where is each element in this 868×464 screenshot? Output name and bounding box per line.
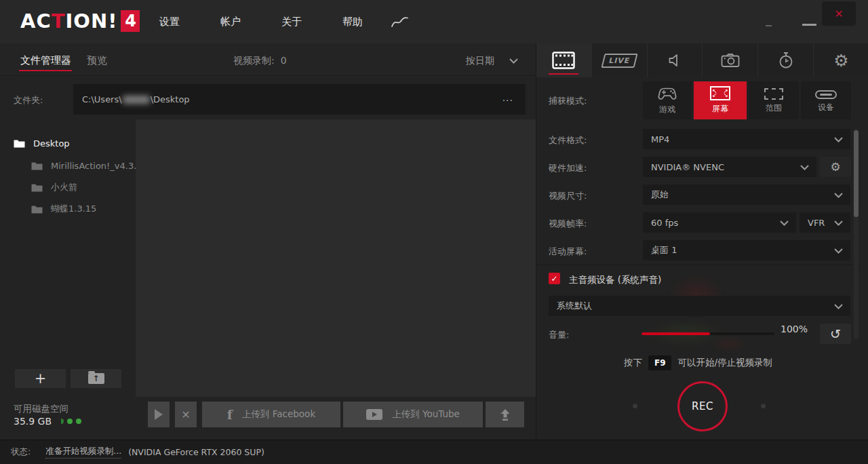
hw-accel-dropdown[interactable]: NVIDIA® NVENC xyxy=(643,157,816,177)
volume-value: 100% xyxy=(767,324,808,334)
rec-button[interactable]: REC xyxy=(677,381,728,431)
camera-icon xyxy=(721,53,740,68)
file-list-area[interactable] xyxy=(136,119,536,397)
redacted-username xyxy=(123,96,150,104)
section-divider xyxy=(536,265,860,265)
video-size-dropdown[interactable]: 原始 xyxy=(643,185,850,205)
chevron-down-icon xyxy=(834,193,843,198)
file-format-dropdown[interactable]: MP4 xyxy=(643,129,850,149)
scrollbar-thumb[interactable] xyxy=(854,130,859,217)
capture-mode-games[interactable]: 游戏 xyxy=(643,81,692,119)
add-folder-button[interactable]: + xyxy=(15,369,66,388)
tab-benchmark-timer[interactable] xyxy=(758,43,814,77)
resize-handle-icon[interactable] xyxy=(766,25,772,26)
logo-text: ACTION! xyxy=(20,9,117,33)
disk-space-row: 35.9 GB xyxy=(14,416,81,427)
tab-file-manager[interactable]: 文件管理器 xyxy=(20,54,71,67)
chevron-down-icon xyxy=(780,220,789,226)
tab-preview[interactable]: 预览 xyxy=(87,54,107,67)
audio-device-checkbox-label: 主音频设备 (系统声音) xyxy=(569,274,661,286)
tree-item-desktop[interactable]: Desktop xyxy=(14,138,70,149)
tab-audio-recording[interactable] xyxy=(648,43,703,77)
active-screen-label: 活动屏幕: xyxy=(549,240,587,258)
capture-mode-screen[interactable]: ↖↗ ↙↘ 屏幕 xyxy=(694,81,747,119)
close-icon: ✕ xyxy=(834,7,843,20)
volume-reset-button[interactable]: ↺ xyxy=(820,324,851,344)
play-icon xyxy=(155,409,163,420)
speaker-icon xyxy=(667,53,682,68)
tree-item-rocket[interactable]: 小火箭 xyxy=(31,182,77,193)
export-folder-button[interactable]: ↑ xyxy=(71,369,121,388)
chevron-down-icon xyxy=(834,304,843,309)
tab-live-streaming[interactable]: LIVE xyxy=(592,43,648,77)
status-gpu-info: (NVIDIA GeForce RTX 2060 SUP) xyxy=(128,447,264,457)
chevron-down-icon xyxy=(834,248,843,254)
folder-path-input[interactable]: C:\Users\\Desktop ... xyxy=(73,84,526,115)
youtube-icon xyxy=(366,409,382,420)
path-suffix: \Desktop xyxy=(151,94,190,104)
upload-button[interactable] xyxy=(486,402,524,427)
disk-status-dots xyxy=(61,419,81,424)
framerate-dropdown[interactable]: 60 fps xyxy=(643,212,796,233)
file-manager-panel: 文件管理器 预览 视频录制: 0 按日期 文件夹: C:\Users\\Desk… xyxy=(0,43,536,440)
tab-video-recording[interactable] xyxy=(536,43,592,77)
tab-settings[interactable]: ⚙ xyxy=(814,43,868,77)
close-button[interactable]: ✕ xyxy=(822,1,856,26)
folder-up-icon: ↑ xyxy=(88,373,104,384)
title-bar: ACTION! 4 设置 帐户 关于 帮助 ✕ xyxy=(0,0,868,43)
upload-youtube-button[interactable]: 上传到 YouTube xyxy=(343,402,483,427)
hw-accel-settings-button[interactable]: ⚙ xyxy=(820,157,851,177)
volume-slider[interactable] xyxy=(642,332,774,335)
tree-item-mirillis[interactable]: MirillisAction!_v4.3.1... xyxy=(31,160,151,171)
menu-help[interactable]: 帮助 xyxy=(342,16,363,28)
hw-accel-label: 硬件加速: xyxy=(549,157,587,174)
delete-button[interactable]: ✕ xyxy=(175,402,197,427)
menu-account[interactable]: 帐户 xyxy=(220,16,241,28)
recordings-counter: 视频录制: 0 xyxy=(233,55,287,67)
check-icon: ✓ xyxy=(551,274,557,284)
hotkey-key-badge: F9 xyxy=(648,355,672,370)
pen-tool-icon[interactable] xyxy=(391,15,410,30)
gear-icon: ⚙ xyxy=(833,52,848,69)
minimize-button[interactable] xyxy=(802,24,816,26)
folder-icon xyxy=(14,139,25,148)
region-select-icon xyxy=(764,88,783,100)
active-screen-dropdown[interactable]: 桌面 1 xyxy=(643,240,850,260)
capture-device-icon xyxy=(815,90,837,99)
capture-mode-device[interactable]: 设备 xyxy=(801,81,851,119)
path-prefix: C:\Users\ xyxy=(82,94,122,104)
audio-device-checkbox[interactable]: ✓ xyxy=(549,273,560,284)
chevron-down-icon xyxy=(834,137,843,142)
file-format-label: 文件格式: xyxy=(549,129,587,147)
menu-settings[interactable]: 设置 xyxy=(159,16,180,28)
browse-button[interactable]: ... xyxy=(502,92,513,103)
gamepad-icon xyxy=(657,86,677,101)
decorative-dot xyxy=(633,404,637,408)
folder-icon xyxy=(31,183,43,192)
sort-by-dropdown[interactable]: 按日期 xyxy=(466,55,518,67)
upload-facebook-button[interactable]: f 上传到 Facebook xyxy=(202,402,340,427)
upload-icon xyxy=(500,408,511,421)
hotkey-hint: 按下 F9 可以开始/停止视频录制 xyxy=(536,355,860,370)
film-strip-icon xyxy=(552,52,575,69)
disk-space-label: 可用磁盘空间 xyxy=(14,403,68,415)
chevron-down-icon xyxy=(800,165,809,170)
recording-settings-panel: LIVE ⚙ 捕获模式: 游戏 xyxy=(536,43,868,440)
live-icon: LIVE xyxy=(601,54,637,68)
reset-icon: ↺ xyxy=(830,326,841,341)
app-logo: ACTION! 4 xyxy=(20,9,140,33)
tree-item-butterfly[interactable]: 蝴蝶1.3.15 xyxy=(31,204,96,214)
scrollbar-track[interactable] xyxy=(854,129,859,339)
volume-slider-fill xyxy=(642,332,710,335)
play-button[interactable] xyxy=(148,402,170,427)
capture-mode-region[interactable]: 范围 xyxy=(749,81,799,119)
tab-screenshots[interactable] xyxy=(703,43,758,77)
framerate-mode-dropdown[interactable]: VFR xyxy=(800,212,850,233)
delete-icon: ✕ xyxy=(181,408,190,421)
logo-version-badge: 4 xyxy=(121,10,140,32)
framerate-label: 视频帧率: xyxy=(549,212,587,230)
mode-tabs: LIVE ⚙ xyxy=(536,43,868,77)
menu-about[interactable]: 关于 xyxy=(281,16,302,28)
action-app-window: ACTION! 4 设置 帐户 关于 帮助 ✕ 文件管理器 预览 视频录制: 0… xyxy=(0,0,868,464)
audio-device-dropdown[interactable]: 系统默认 xyxy=(549,296,850,316)
